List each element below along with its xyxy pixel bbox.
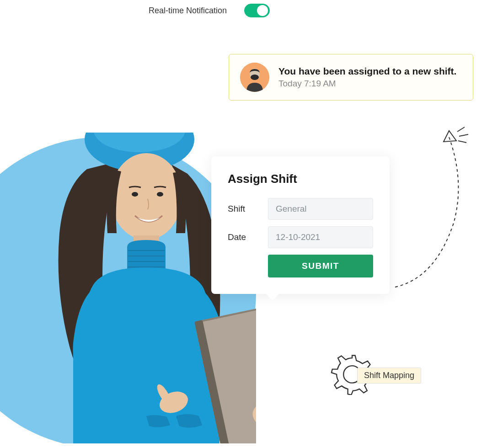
svg-point-6 bbox=[111, 153, 182, 240]
toggle-knob bbox=[257, 5, 268, 16]
svg-line-22 bbox=[458, 141, 466, 143]
realtime-notification-label: Real-time Notification bbox=[149, 6, 227, 16]
shift-mapping-label[interactable]: Shift Mapping bbox=[357, 368, 421, 384]
svg-point-8 bbox=[157, 192, 163, 197]
assign-shift-title: Assign Shift bbox=[228, 172, 373, 186]
svg-line-20 bbox=[457, 127, 465, 132]
assign-shift-card: Assign Shift Shift General Date 12-10-20… bbox=[211, 156, 390, 294]
flow-arrow-icon bbox=[390, 123, 481, 292]
svg-line-21 bbox=[459, 134, 468, 136]
shift-field-label: Shift bbox=[228, 204, 268, 214]
avatar bbox=[240, 63, 269, 92]
notification-card[interactable]: You have been assigned to a new shift. T… bbox=[229, 54, 473, 101]
shift-input[interactable]: General bbox=[268, 198, 373, 220]
date-field-label: Date bbox=[228, 232, 268, 242]
date-input[interactable]: 12-10-2021 bbox=[268, 226, 373, 248]
notification-timestamp: Today 7:19 AM bbox=[278, 79, 456, 89]
submit-button[interactable]: SUBMIT bbox=[268, 255, 373, 277]
notification-title: You have been assigned to a new shift. bbox=[278, 66, 456, 77]
svg-point-7 bbox=[132, 192, 138, 197]
svg-point-2 bbox=[251, 75, 259, 80]
realtime-notification-toggle[interactable] bbox=[244, 4, 270, 17]
